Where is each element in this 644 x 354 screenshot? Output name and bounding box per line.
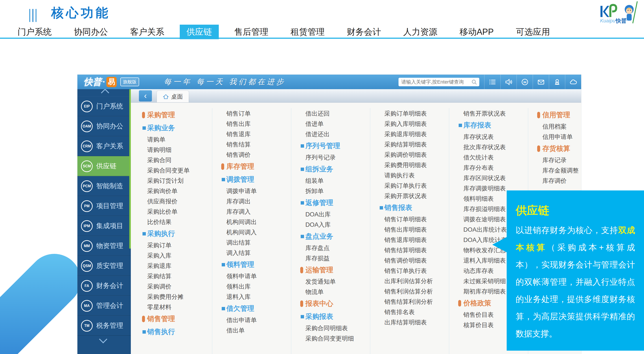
menu-item[interactable]: 机构间调入 — [212, 227, 291, 237]
menu-item[interactable]: 供应商报价 — [133, 196, 212, 206]
sidebar-item-mm[interactable]: MM物资管理 — [78, 236, 131, 256]
menu-item[interactable]: 信用申请单 — [528, 132, 581, 142]
menu-item[interactable]: 采购合同变更单 — [133, 165, 212, 176]
menu-item[interactable]: 采购比价单 — [133, 206, 212, 217]
menu-item[interactable]: 采购费用明细表 — [370, 160, 449, 170]
menu-item[interactable]: 销售结算 — [212, 139, 291, 150]
menu-item[interactable]: 采购入库 — [133, 250, 212, 261]
menu-item[interactable]: 库存调价 — [528, 176, 581, 186]
menu-group-header[interactable]: 库存管理 — [212, 160, 291, 173]
menu-subgroup-header[interactable]: 销售执行 — [133, 325, 212, 338]
sidebar-item-eip[interactable]: EIP门户系统 — [78, 96, 131, 116]
menu-group-header[interactable]: 采购管理 — [133, 108, 212, 121]
menu-subgroup-header[interactable]: 库存报表 — [449, 119, 528, 132]
menu-item[interactable]: 借出单 — [212, 325, 291, 336]
menu-subgroup-header[interactable]: 领料管理 — [212, 258, 291, 271]
tab-租赁管理[interactable]: 租赁管理 — [290, 26, 325, 38]
menu-item[interactable]: 零星材料 — [133, 302, 212, 312]
tab-desktop[interactable]: 桌面 — [157, 91, 189, 102]
tab-财务会计[interactable]: 财务会计 — [347, 26, 381, 38]
menu-group-header[interactable]: 信用管理 — [528, 108, 581, 121]
menu-item[interactable]: 借出还回 — [291, 108, 370, 119]
menu-item[interactable]: 批次库存状况表 — [449, 142, 528, 152]
menu-item[interactable]: 销售退库 — [212, 129, 291, 139]
tab-移动APP[interactable]: 移动APP — [460, 26, 494, 38]
menu-item[interactable]: 销售结算利润分析 — [370, 297, 449, 307]
menu-item[interactable]: 出库结算明细表 — [370, 317, 449, 328]
menu-subgroup-header[interactable]: 调拨管理 — [212, 173, 291, 186]
menu-item[interactable]: 采购开票状况表 — [370, 191, 449, 201]
menu-item[interactable]: 销售排名表 — [370, 307, 449, 317]
menu-item[interactable]: 序列号记录 — [291, 152, 370, 163]
menu-item[interactable]: 采购退库 — [133, 261, 212, 271]
sidebar-item-ipm[interactable]: IPM集成项目 — [78, 216, 131, 236]
menu-item[interactable]: 采购结算 — [133, 271, 212, 281]
sidebar-item-qsm[interactable]: QSM质安管理 — [78, 256, 131, 276]
menu-group-header[interactable]: 存货核算 — [528, 142, 581, 155]
menu-item[interactable]: 销售订单执行表 — [370, 266, 449, 276]
tab-协同办公[interactable]: 协同办公 — [74, 26, 108, 38]
menu-item[interactable]: 销售订单 — [212, 108, 291, 119]
menu-item[interactable]: 采购订单 — [133, 240, 212, 250]
menu-item[interactable]: DOA出库 — [291, 209, 370, 220]
sidebar-item-tm[interactable]: TM税务管理 — [78, 316, 131, 336]
menu-item[interactable]: 借出申请单 — [212, 315, 291, 325]
menu-item[interactable]: 采购询价单 — [133, 186, 212, 196]
menu-item[interactable]: 库存调入 — [212, 206, 291, 217]
menu-subgroup-header[interactable]: 采购执行 — [133, 227, 212, 240]
menu-item[interactable]: 销售出库明细表 — [370, 224, 449, 235]
menu-item[interactable]: 出库利润估算分析 — [370, 276, 449, 286]
menu-item[interactable]: 采购合同明细表 — [291, 323, 370, 333]
tab-供应链[interactable]: 供应链 — [180, 25, 219, 39]
search-input[interactable] — [401, 79, 471, 85]
cloud-icon[interactable] — [565, 75, 581, 89]
menu-subgroup-header[interactable]: 采购报表 — [291, 310, 370, 323]
menu-item[interactable]: DOA入库 — [291, 220, 370, 230]
menu-item[interactable]: 借欠统计表 — [449, 152, 528, 163]
sidebar-scrollbar[interactable] — [129, 89, 131, 249]
menu-item[interactable]: 请购明细 — [133, 145, 212, 155]
menu-subgroup-header[interactable]: 序列号管理 — [291, 139, 370, 152]
menu-item[interactable]: 库存区间状况表 — [449, 173, 528, 183]
global-search[interactable] — [398, 78, 479, 86]
menu-item[interactable]: 销售调价 — [212, 150, 291, 160]
menu-group-header[interactable]: 运输管理 — [291, 263, 370, 276]
menu-item[interactable]: 销售利润估算分析 — [370, 286, 449, 297]
menu-item[interactable]: 采购费用分摊 — [133, 292, 212, 302]
menu-item[interactable]: 销售调价明细表 — [370, 255, 449, 266]
menu-item[interactable]: 采购入库明细表 — [370, 119, 449, 129]
menu-item[interactable]: 库存调出 — [212, 196, 291, 206]
menu-subgroup-header[interactable]: 销售报表 — [370, 201, 449, 214]
sidebar-item-scm[interactable]: SCM供应链 — [78, 156, 131, 176]
im-icon[interactable]: IM — [516, 75, 533, 89]
menu-item[interactable]: 信用档案 — [528, 121, 581, 132]
search-icon[interactable] — [471, 79, 477, 85]
menu-item[interactable]: 拆卸单 — [291, 186, 370, 196]
menu-item[interactable]: 销售订单明细表 — [370, 214, 449, 224]
menu-subgroup-header[interactable]: 采购业务 — [133, 121, 212, 134]
menu-item[interactable]: 库存记录 — [528, 155, 581, 165]
sidebar-scroll-up[interactable] — [78, 89, 131, 96]
menu-item[interactable]: 领料申请单 — [212, 271, 291, 281]
menu-item[interactable]: 借进单 — [291, 119, 370, 129]
menu-item[interactable]: 请购单 — [133, 134, 212, 145]
menu-item[interactable]: 采购订单明细表 — [370, 108, 449, 119]
menu-item[interactable]: 调出结算 — [212, 237, 291, 248]
mail-icon[interactable] — [533, 75, 549, 89]
menu-item[interactable]: 库存损益 — [291, 253, 370, 263]
menu-item[interactable]: 采购调价明细表 — [370, 150, 449, 160]
tab-可选应用[interactable]: 可选应用 — [516, 26, 550, 38]
menu-item[interactable]: 采购退库明细表 — [370, 129, 449, 139]
tab-客户关系[interactable]: 客户关系 — [130, 26, 164, 38]
menu-item[interactable]: 发货通知单 — [291, 276, 370, 287]
menu-item[interactable]: 退料入库 — [212, 292, 291, 302]
menu-item[interactable]: 请购执行表 — [370, 170, 449, 180]
menu-item[interactable]: 调入结算 — [212, 248, 291, 258]
menu-item[interactable]: 采购合同变更明细 — [291, 333, 370, 344]
sidebar-scroll-down[interactable] — [78, 336, 131, 343]
menu-item[interactable]: 机构间调出 — [212, 217, 291, 227]
menu-item[interactable]: 库存金额调整 — [528, 165, 581, 176]
menu-subgroup-header[interactable]: 返修管理 — [291, 196, 370, 209]
speaker-icon[interactable] — [500, 75, 516, 89]
menu-item[interactable]: 采购合同 — [133, 155, 212, 165]
